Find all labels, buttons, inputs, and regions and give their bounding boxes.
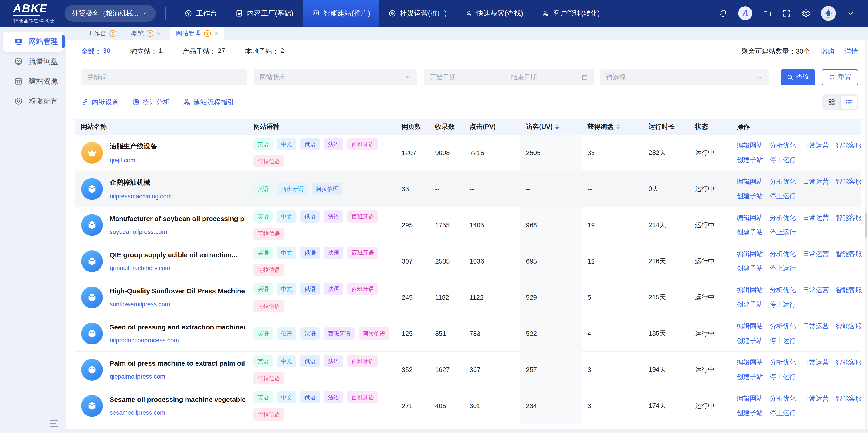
operation-link[interactable]: 分析优化 <box>770 177 796 186</box>
operation-link[interactable]: 编辑网站 <box>737 249 763 258</box>
operation-link[interactable]: 分析优化 <box>770 213 796 222</box>
ai-assistant-icon[interactable]: A <box>738 6 752 20</box>
site-count-filter[interactable]: 本地子站：2 <box>245 47 284 56</box>
nav-item-content-factory[interactable]: 内容工厂(基础) <box>226 0 303 27</box>
keyword-input[interactable] <box>81 69 247 86</box>
nav-item-workbench[interactable]: 工作台 <box>175 0 226 27</box>
operation-link[interactable]: 停止运行 <box>770 264 796 273</box>
operation-link[interactable]: 创建子站 <box>737 300 763 309</box>
operation-link[interactable]: 停止运行 <box>770 300 796 309</box>
operation-link[interactable]: 智能客服 <box>836 394 862 403</box>
nav-item-social-media[interactable]: 社媒运营(推广) <box>379 0 456 27</box>
operation-link[interactable]: 日常运营 <box>803 141 829 150</box>
operation-link[interactable]: 编辑网站 <box>737 358 763 367</box>
site-count-filter[interactable]: 产品子站：27 <box>182 47 225 56</box>
close-icon[interactable]: × <box>157 30 161 37</box>
nav-item-site-builder[interactable]: 智能建站(推广) <box>303 0 379 27</box>
operation-link[interactable]: 分析优化 <box>770 141 796 150</box>
operation-link[interactable]: 分析优化 <box>770 322 796 331</box>
operation-link[interactable]: 停止运行 <box>770 228 796 237</box>
tab-工作台[interactable]: 工作台? <box>81 27 123 40</box>
project-selector[interactable]: 外贸极客（粮油机械... <box>65 5 156 22</box>
operation-link[interactable]: 停止运行 <box>770 409 796 417</box>
site-domain-link[interactable]: oilproductionprocess.com <box>110 337 179 344</box>
operation-link[interactable]: 日常运营 <box>803 394 829 403</box>
query-button[interactable]: 查询 <box>781 69 815 86</box>
list-view-button[interactable] <box>841 96 857 109</box>
operation-link[interactable]: 智能客服 <box>836 322 862 331</box>
sort-control[interactable] <box>616 124 620 130</box>
help-icon[interactable]: ? <box>110 30 116 37</box>
sort-control[interactable] <box>555 124 559 130</box>
operation-link[interactable]: 日常运营 <box>803 358 829 367</box>
operation-link[interactable]: 分析优化 <box>770 286 796 295</box>
operation-link[interactable]: 停止运行 <box>770 155 796 164</box>
operation-link[interactable]: 智能客服 <box>836 358 862 367</box>
site-status-select[interactable]: 网站状态 <box>254 69 417 86</box>
operation-link[interactable]: 日常运营 <box>803 322 829 331</box>
operation-link[interactable]: 分析优化 <box>770 358 796 367</box>
sidebar-item-site-management[interactable]: 网站管理 <box>3 32 64 52</box>
user-menu-chevron-icon[interactable] <box>846 9 855 18</box>
action-link[interactable]: 统计分析 <box>132 98 170 107</box>
operation-link[interactable]: 创建子站 <box>737 228 763 237</box>
sidebar-collapse-icon[interactable] <box>50 420 58 427</box>
operation-link[interactable]: 日常运营 <box>803 177 829 186</box>
operation-link[interactable]: 分析优化 <box>770 249 796 258</box>
site-count-filter[interactable]: 全部：30 <box>81 47 110 56</box>
fullscreen-icon[interactable] <box>782 9 791 18</box>
folder-icon[interactable] <box>763 9 772 18</box>
operation-link[interactable]: 创建子站 <box>737 372 763 381</box>
action-link[interactable]: 内链设置 <box>81 98 119 107</box>
site-domain-link[interactable]: sesameoilpress.com <box>110 409 165 416</box>
operation-link[interactable]: 智能客服 <box>836 177 862 186</box>
operation-link[interactable]: 智能客服 <box>836 213 862 222</box>
reset-button[interactable]: 重置 <box>822 69 858 86</box>
notification-bell-icon[interactable] <box>719 9 728 18</box>
operation-link[interactable]: 分析优化 <box>770 394 796 403</box>
help-icon[interactable]: ? <box>147 30 153 37</box>
sidebar-item-traffic-inquiry[interactable]: 流量询盘 <box>0 52 66 71</box>
buy-more-link[interactable]: 增购 <box>820 47 834 56</box>
tab-网站管理[interactable]: 网站管理?× <box>169 27 225 40</box>
operation-link[interactable]: 编辑网站 <box>737 286 763 295</box>
operation-link[interactable]: 创建子站 <box>737 336 763 345</box>
site-count-filter[interactable]: 独立站：1 <box>130 47 162 56</box>
operation-link[interactable]: 编辑网站 <box>737 141 763 150</box>
tab-概览[interactable]: 概览?× <box>125 27 167 40</box>
help-icon[interactable]: ? <box>204 30 211 37</box>
operation-link[interactable]: 日常运营 <box>803 249 829 258</box>
operation-link[interactable]: 创建子站 <box>737 409 763 417</box>
nav-item-customer-mgmt[interactable]: 客户管理(转化) <box>532 0 609 27</box>
site-domain-link[interactable]: qiejit.com <box>110 157 135 164</box>
close-icon[interactable]: × <box>214 30 218 37</box>
site-domain-link[interactable]: grainoilmachinery.com <box>110 265 170 272</box>
operation-link[interactable]: 停止运行 <box>770 372 796 381</box>
settings-gear-icon[interactable] <box>802 9 811 18</box>
date-range-picker[interactable]: 开始日期 - 结束日期 <box>424 69 594 86</box>
operation-link[interactable]: 停止运行 <box>770 336 796 345</box>
site-domain-link[interactable]: qiepalmoilpress.com <box>110 373 165 380</box>
operation-link[interactable]: 智能客服 <box>836 249 862 258</box>
operation-link[interactable]: 创建子站 <box>737 192 763 201</box>
operation-link[interactable]: 日常运营 <box>803 213 829 222</box>
end-date-field[interactable]: 结束日期 <box>510 73 581 82</box>
operation-link[interactable]: 停止运行 <box>770 192 796 201</box>
operation-link[interactable]: 编辑网站 <box>737 394 763 403</box>
operation-link[interactable]: 智能客服 <box>836 286 862 295</box>
operation-link[interactable]: 创建子站 <box>737 155 763 164</box>
operation-link[interactable]: 编辑网站 <box>737 213 763 222</box>
user-avatar[interactable] <box>821 6 836 21</box>
site-domain-link[interactable]: soybeanoilpress.com <box>110 228 167 236</box>
operation-link[interactable]: 日常运营 <box>803 286 829 295</box>
site-domain-link[interactable]: oilpressmachining.com <box>110 193 172 200</box>
quota-details-link[interactable]: 详情 <box>844 47 858 56</box>
scrollbar-thumb[interactable] <box>865 212 867 237</box>
start-date-field[interactable]: 开始日期 <box>430 73 500 82</box>
grid-view-button[interactable] <box>824 96 840 109</box>
sidebar-item-site-resources[interactable]: 建站资源 <box>0 71 66 91</box>
operation-link[interactable]: 编辑网站 <box>737 177 763 186</box>
operation-link[interactable]: 智能客服 <box>836 141 862 150</box>
operation-link[interactable]: 创建子站 <box>737 264 763 273</box>
sidebar-item-permissions[interactable]: 权限配置 <box>0 91 66 111</box>
